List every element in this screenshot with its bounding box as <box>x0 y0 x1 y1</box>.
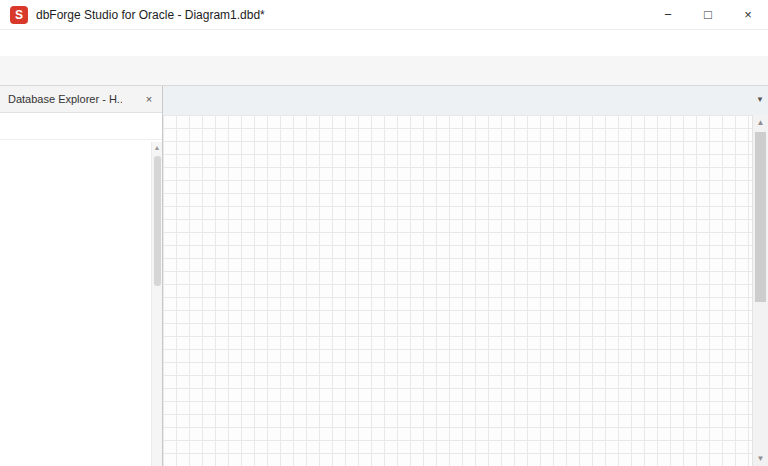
tab-list-dropdown-icon[interactable]: ▼ <box>756 95 764 104</box>
minimize-button[interactable]: − <box>648 0 688 29</box>
window-controls: −□× <box>648 0 768 29</box>
explorer-title: Database Explorer - H... <box>8 93 122 105</box>
explorer-header: Database Explorer - H... × <box>0 86 162 113</box>
title-bar: S dbForge Studio for Oracle - Diagram1.d… <box>0 0 768 30</box>
connector-layer <box>163 115 463 265</box>
explorer-toolbar <box>0 113 162 140</box>
window-title: dbForge Studio for Oracle - Diagram1.dbd… <box>36 8 265 22</box>
menu-bar <box>0 30 768 56</box>
app-window: S dbForge Studio for Oracle - Diagram1.d… <box>0 0 768 466</box>
canvas-vertical-scrollbar[interactable]: ▲ ▼ <box>752 115 768 466</box>
maximize-button[interactable]: □ <box>688 0 728 29</box>
close-button[interactable]: × <box>728 0 768 29</box>
main-toolbar <box>0 56 768 86</box>
explorer-close-icon[interactable]: × <box>140 93 158 105</box>
explorer-scrollbar[interactable]: ▲ <box>151 142 162 466</box>
scrollbar-thumb[interactable] <box>755 132 766 302</box>
scrollbar-thumb[interactable] <box>154 156 161 286</box>
scroll-up-icon[interactable]: ▲ <box>753 115 768 130</box>
database-explorer-panel: Database Explorer - H... × ▲ <box>0 86 163 466</box>
app-logo-icon: S <box>10 6 28 24</box>
scroll-up-icon[interactable]: ▲ <box>152 142 162 153</box>
document-tabstrip: ▼ <box>163 86 768 115</box>
diagram-canvas[interactable] <box>163 115 752 466</box>
explorer-tree <box>0 140 162 466</box>
scroll-down-icon[interactable]: ▼ <box>753 451 768 466</box>
